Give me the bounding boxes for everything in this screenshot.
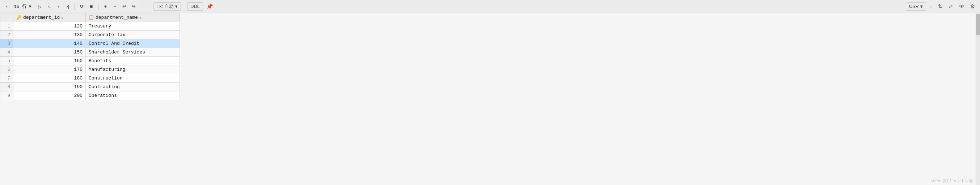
table-body: 1120Treasury2130Corporate Tax3140Control… bbox=[0, 22, 180, 100]
tx-dropdown-button[interactable]: Tx: 自动 ▾ bbox=[153, 2, 181, 11]
department-id-cell: 140 bbox=[13, 40, 86, 48]
tx-label: Tx: 自动 bbox=[156, 3, 174, 10]
settings-button[interactable]: ⚙ bbox=[968, 2, 977, 11]
row-number-cell: 9 bbox=[0, 92, 13, 100]
department-id-cell: 160 bbox=[13, 57, 86, 65]
separator-3 bbox=[150, 3, 150, 10]
view-icon: 👁 bbox=[959, 3, 964, 9]
nav-prev-icon: ‹ bbox=[48, 4, 49, 9]
pin-button[interactable]: 📌 bbox=[204, 3, 215, 11]
nav-first-button[interactable]: |‹ bbox=[35, 2, 43, 11]
table-header-row: 🔑 department_id ⇅ 📋 department_name ⇅ bbox=[0, 13, 180, 22]
sort-icon-name: ⇅ bbox=[139, 16, 142, 20]
row-count-info: 16 行 ▾ bbox=[12, 3, 34, 10]
table-icon: 📋 bbox=[89, 15, 94, 20]
refresh-icon: ⟳ bbox=[80, 4, 84, 9]
table-row[interactable]: 4150Shareholder Services bbox=[0, 48, 180, 57]
csv-dropdown-icon: ▾ bbox=[920, 4, 923, 9]
separator-4 bbox=[184, 3, 184, 10]
row-dropdown-button[interactable]: ▾ bbox=[27, 3, 33, 10]
data-table: 🔑 department_id ⇅ 📋 department_name ⇅ bbox=[0, 13, 180, 100]
department-name-cell: Operations bbox=[86, 92, 180, 100]
row-number-cell: 5 bbox=[0, 57, 13, 65]
department-name-cell: Manufacturing bbox=[86, 65, 180, 74]
department-id-cell: 190 bbox=[13, 83, 86, 92]
row-number-cell: 1 bbox=[0, 22, 13, 31]
row-number-cell: 4 bbox=[0, 48, 13, 57]
subtract-icon: − bbox=[114, 4, 116, 9]
scrollbar[interactable] bbox=[976, 13, 980, 185]
undo-icon: ↩ bbox=[123, 4, 126, 9]
download-button[interactable]: ↓ bbox=[928, 2, 935, 11]
table-row[interactable]: 3140Control And Credit bbox=[0, 40, 180, 48]
separator-1 bbox=[75, 3, 75, 10]
department-name-cell: Shareholder Services bbox=[86, 48, 180, 57]
department-id-cell: 150 bbox=[13, 48, 86, 57]
key-icon: 🔑 bbox=[16, 15, 22, 20]
nav-next-button[interactable]: › bbox=[54, 2, 62, 11]
refresh-button[interactable]: ⟳ bbox=[78, 2, 86, 11]
column-header-department-name[interactable]: 📋 department_name ⇅ bbox=[86, 13, 180, 22]
table-row[interactable]: 1120Treasury bbox=[0, 22, 180, 31]
ddl-button[interactable]: DDL bbox=[187, 2, 203, 11]
department-id-cell: 180 bbox=[13, 74, 86, 83]
up-icon: ↑ bbox=[142, 4, 145, 9]
department-id-cell: 200 bbox=[13, 92, 86, 100]
nav-last-icon: ›| bbox=[67, 4, 70, 9]
row-number-cell: 8 bbox=[0, 83, 13, 92]
column-header-department-id[interactable]: 🔑 department_id ⇅ bbox=[13, 13, 86, 22]
separator-2 bbox=[98, 3, 99, 10]
table-row[interactable]: 5160Benefits bbox=[0, 57, 180, 65]
filter-button[interactable]: ⇅ bbox=[936, 2, 945, 11]
col-name-label: department_name bbox=[95, 15, 138, 20]
department-name-cell: Control And Credit bbox=[86, 40, 180, 48]
csv-dropdown-button[interactable]: CSV ▾ bbox=[906, 2, 926, 11]
nav-first-icon: |‹ bbox=[38, 4, 41, 9]
row-dropdown-icon: ▾ bbox=[29, 4, 32, 9]
row-number-cell: 7 bbox=[0, 74, 13, 83]
stop-icon: ■ bbox=[90, 4, 93, 9]
settings-icon: ⚙ bbox=[970, 3, 975, 10]
department-id-cell: 130 bbox=[13, 31, 86, 40]
sort-icon-id: ⇅ bbox=[61, 16, 63, 20]
view-button[interactable]: 👁 bbox=[957, 2, 967, 11]
csv-label: CSV bbox=[909, 4, 919, 9]
department-name-cell: Treasury bbox=[86, 22, 180, 31]
department-id-cell: 170 bbox=[13, 65, 86, 74]
resize-icon: ⤢ bbox=[948, 3, 953, 10]
department-id-cell: 120 bbox=[13, 22, 86, 31]
download-icon: ↓ bbox=[930, 3, 932, 9]
toolbar: ‹ 16 行 ▾ |‹ ‹ › ›| ⟳ ■ + − ↩ ↪ ↑ bbox=[0, 0, 980, 13]
table-row[interactable]: 7180Construction bbox=[0, 74, 180, 83]
subtract-button[interactable]: − bbox=[111, 2, 119, 11]
redo-icon: ↪ bbox=[132, 4, 136, 9]
tx-dropdown-icon: ▾ bbox=[175, 4, 178, 9]
add-icon: + bbox=[104, 4, 107, 9]
stop-button[interactable]: ■ bbox=[87, 2, 95, 11]
add-button[interactable]: + bbox=[101, 2, 109, 11]
table-row[interactable]: 9200Operations bbox=[0, 92, 180, 100]
pin-icon: 📌 bbox=[206, 3, 213, 9]
row-number-cell: 2 bbox=[0, 31, 13, 40]
main-area: 🔑 department_id ⇅ 📋 department_name ⇅ bbox=[0, 13, 980, 185]
table-container[interactable]: 🔑 department_id ⇅ 📋 department_name ⇅ bbox=[0, 13, 976, 185]
up-button[interactable]: ↑ bbox=[139, 2, 147, 11]
row-count-label: 16 行 bbox=[14, 3, 27, 10]
nav-back-button[interactable]: ‹ bbox=[3, 2, 11, 11]
column-header-rownum bbox=[0, 13, 13, 22]
row-number-cell: 3 bbox=[0, 40, 13, 48]
filter-icon: ⇅ bbox=[938, 3, 943, 10]
scrollbar-thumb[interactable] bbox=[976, 14, 980, 35]
table-row[interactable]: 2130Corporate Tax bbox=[0, 31, 180, 40]
resize-button[interactable]: ⤢ bbox=[947, 2, 955, 11]
table-row[interactable]: 8190Contracting bbox=[0, 83, 180, 92]
department-name-cell: Contracting bbox=[86, 83, 180, 92]
undo-button[interactable]: ↩ bbox=[120, 2, 128, 11]
redo-button[interactable]: ↪ bbox=[130, 2, 137, 11]
department-name-cell: Construction bbox=[86, 74, 180, 83]
col-id-label: department_id bbox=[23, 15, 60, 20]
nav-prev-button[interactable]: ‹ bbox=[45, 2, 53, 11]
ddl-label: DDL bbox=[190, 4, 200, 9]
table-row[interactable]: 6170Manufacturing bbox=[0, 65, 180, 74]
nav-last-button[interactable]: ›| bbox=[64, 2, 72, 11]
